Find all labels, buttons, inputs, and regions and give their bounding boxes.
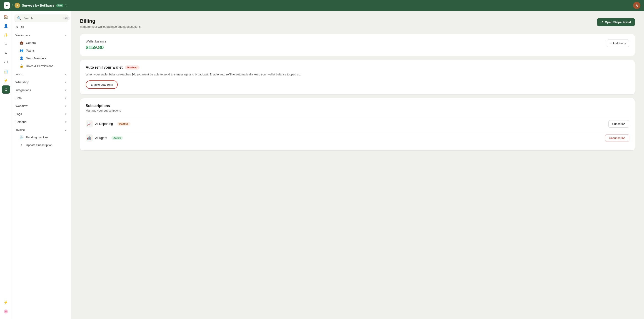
wallet-amount: $159.80 bbox=[86, 44, 106, 50]
nav-section-workflow: Workflow ▼ bbox=[12, 102, 71, 110]
invoice-chevron-icon: ▲ bbox=[64, 128, 67, 131]
integrations-chevron-icon: ▼ bbox=[64, 89, 67, 92]
logs-chevron-icon: ▼ bbox=[64, 113, 67, 116]
ai-reporting-name: AI Reporting bbox=[95, 122, 113, 126]
inbox-chevron-icon: ▼ bbox=[64, 73, 67, 76]
logs-section-header[interactable]: Logs ▼ bbox=[12, 110, 71, 118]
app-logo: ✦ bbox=[4, 2, 10, 9]
user-avatar[interactable]: R bbox=[633, 2, 640, 9]
ai-agent-status-badge: Active bbox=[111, 136, 123, 140]
nav-section-logs: Logs ▼ bbox=[12, 110, 71, 118]
sidebar-icon-zap[interactable]: ⚡ bbox=[2, 76, 10, 84]
main-layout: 🏠 👤 ✨ 🖥 ➤ 🏷 📊 ⚡ ⚙ ⚡ 🌸 🔍 ⌘K ⚙ All Wor bbox=[0, 11, 644, 319]
subscriptions-title: Subscriptions bbox=[86, 104, 629, 108]
workflow-section-header[interactable]: Workflow ▼ bbox=[12, 102, 71, 110]
open-stripe-portal-button[interactable]: ↗ Open Stripe Portal bbox=[597, 18, 635, 26]
general-label: General bbox=[26, 41, 36, 44]
invoice-label: Invoice bbox=[16, 128, 25, 132]
main-content: Billing Manage your wallet balance and s… bbox=[71, 11, 644, 319]
wallet-balance-label: Wallet balance bbox=[86, 40, 106, 43]
auto-refill-title: Auto refill your wallet bbox=[86, 66, 123, 70]
team-members-label: Team Members bbox=[26, 56, 46, 60]
app-name: Surveys by BotSpace bbox=[22, 4, 54, 7]
sidebar-icon-sparkle[interactable]: ✨ bbox=[2, 31, 10, 39]
nav-section-invoice: Invoice ▲ 🧾 Pending Invoices ↕ Update Su… bbox=[12, 126, 71, 149]
ai-agent-name: AI Agent bbox=[95, 136, 107, 140]
sidebar-icon-monitor[interactable]: 🖥 bbox=[2, 40, 10, 48]
workspace-label: Workspace bbox=[16, 34, 30, 37]
auto-refill-status-badge: Disabled bbox=[125, 66, 140, 70]
unsubscribe-ai-agent-button[interactable]: Unsubscribe bbox=[605, 134, 629, 142]
auto-refill-card: Auto refill your wallet Disabled When yo… bbox=[80, 60, 635, 94]
nav-item-roles[interactable]: 🔒 Roles & Permissions bbox=[12, 62, 71, 70]
page-header: Billing Manage your wallet balance and s… bbox=[80, 18, 635, 28]
inbox-label: Inbox bbox=[16, 72, 23, 76]
teams-label: Teams bbox=[26, 49, 34, 52]
whatsapp-section-header[interactable]: WhatsApp ▼ bbox=[12, 78, 71, 86]
wallet-header: Wallet balance $159.80 + Add funds bbox=[86, 40, 629, 50]
sidebar-icon-user[interactable]: 👤 bbox=[2, 22, 10, 30]
nav-all-label: All bbox=[20, 26, 24, 29]
sidebar-icon-tag[interactable]: 🏷 bbox=[2, 58, 10, 66]
subscribe-ai-reporting-button[interactable]: Subscribe bbox=[608, 120, 629, 128]
whatsapp-label: WhatsApp bbox=[16, 80, 29, 84]
nav-item-team-members[interactable]: 👤 Team Members bbox=[12, 54, 71, 62]
ai-reporting-status-badge: Inactive bbox=[117, 122, 130, 126]
subscriptions-card: Subscriptions Manage your subscriptions … bbox=[80, 98, 635, 151]
nav-section-workspace: Workspace ▲ 💼 General 👥 Teams 👤 Team Mem… bbox=[12, 32, 71, 70]
nav-item-teams[interactable]: 👥 Teams bbox=[12, 46, 71, 54]
enable-auto-refill-button[interactable]: Enable auto refill bbox=[86, 80, 118, 89]
add-funds-button[interactable]: + Add funds bbox=[607, 40, 629, 47]
general-icon: 💼 bbox=[19, 40, 24, 45]
sidebar-icon-flower[interactable]: 🌸 bbox=[2, 307, 10, 315]
data-section-header[interactable]: Data ▼ bbox=[12, 94, 71, 102]
workspace-section-header[interactable]: Workspace ▲ bbox=[12, 32, 71, 39]
update-subscription-icon: ↕ bbox=[19, 143, 24, 147]
nav-item-general[interactable]: 💼 General bbox=[12, 39, 71, 46]
logs-label: Logs bbox=[16, 112, 22, 116]
search-input[interactable] bbox=[24, 16, 62, 20]
auto-refill-description: When your wallet balance reaches $0, you… bbox=[86, 72, 629, 77]
data-label: Data bbox=[16, 96, 22, 100]
subscription-item-ai-agent: 🤖 AI Agent Active Unsubscribe bbox=[86, 131, 629, 145]
integrations-section-header[interactable]: Integrations ▼ bbox=[12, 86, 71, 94]
roles-label: Roles & Permissions bbox=[26, 64, 53, 68]
nav-section-personal: Personal ▼ bbox=[12, 118, 71, 126]
ai-agent-icon: 🤖 bbox=[86, 134, 93, 142]
invoice-section-header[interactable]: Invoice ▲ bbox=[12, 126, 71, 133]
sub-left-ai-agent: 🤖 AI Agent Active bbox=[86, 134, 123, 142]
data-chevron-icon: ▼ bbox=[64, 97, 67, 100]
sidebar-icon-send[interactable]: ➤ bbox=[2, 49, 10, 57]
personal-label: Personal bbox=[16, 120, 27, 124]
topbar-left: ✦ / S Surveys by BotSpace Pro ⇅ bbox=[4, 2, 68, 9]
wallet-balance-card: Wallet balance $159.80 + Add funds bbox=[80, 34, 635, 56]
page-subtitle: Manage your wallet balance and subscript… bbox=[80, 25, 141, 28]
search-bar[interactable]: 🔍 ⌘K bbox=[14, 14, 68, 22]
external-link-icon: ↗ bbox=[601, 20, 604, 24]
wallet-info: Wallet balance $159.80 bbox=[86, 40, 106, 50]
sidebar-icon-settings[interactable]: ⚙ bbox=[2, 86, 10, 94]
nav-section-inbox: Inbox ▼ bbox=[12, 71, 71, 78]
workflow-label: Workflow bbox=[16, 104, 28, 108]
nav-item-pending-invoices[interactable]: 🧾 Pending Invoices bbox=[12, 133, 71, 141]
subscription-item-ai-reporting: 📈 AI Reporting Inactive Subscribe bbox=[86, 117, 629, 131]
personal-chevron-icon: ▼ bbox=[64, 121, 67, 123]
page-title-block: Billing Manage your wallet balance and s… bbox=[80, 18, 141, 28]
subscriptions-subtitle: Manage your subscriptions bbox=[86, 109, 629, 112]
sidebar-icon-lightning[interactable]: ⚡ bbox=[2, 298, 10, 306]
topbar: ✦ / S Surveys by BotSpace Pro ⇅ R bbox=[0, 0, 644, 11]
topbar-chevron-icon[interactable]: ⇅ bbox=[65, 4, 68, 7]
pending-invoices-icon: 🧾 bbox=[19, 135, 24, 140]
nav-item-update-subscription[interactable]: ↕ Update Subscription bbox=[12, 141, 71, 149]
plan-badge: Pro bbox=[56, 4, 64, 7]
sidebar-icon-home[interactable]: 🏠 bbox=[2, 13, 10, 21]
nav-section-data: Data ▼ bbox=[12, 94, 71, 102]
team-members-icon: 👤 bbox=[19, 56, 24, 60]
personal-section-header[interactable]: Personal ▼ bbox=[12, 118, 71, 126]
whatsapp-chevron-icon: ▼ bbox=[64, 81, 67, 84]
sidebar-icon-chart[interactable]: 📊 bbox=[2, 67, 10, 76]
nav-all[interactable]: ⚙ All bbox=[12, 24, 71, 31]
pending-invoices-label: Pending Invoices bbox=[26, 136, 48, 139]
integrations-label: Integrations bbox=[16, 88, 31, 92]
inbox-section-header[interactable]: Inbox ▼ bbox=[12, 71, 71, 78]
